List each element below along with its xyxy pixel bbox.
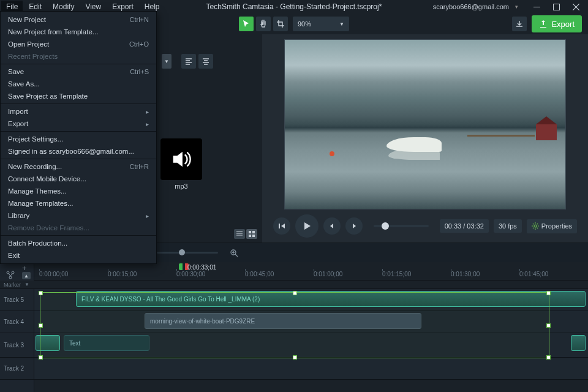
track-row[interactable]: Text <box>34 333 588 358</box>
clip[interactable]: Text <box>64 335 149 351</box>
track-row[interactable]: FILV & KEAN DYSSO - All The Good Girls G… <box>34 289 588 311</box>
svg-rect-0 <box>553 4 559 10</box>
svg-rect-2 <box>252 231 255 233</box>
file-menu-item: Recent Projects <box>1 50 156 62</box>
window-title: TechSmith Camtasia - Getting-Started-Pro… <box>206 2 382 11</box>
clip[interactable] <box>571 335 586 351</box>
track-row[interactable] <box>34 358 588 380</box>
scrub-thumb[interactable] <box>382 222 389 230</box>
track-label[interactable]: Track 4 <box>0 311 34 333</box>
track-label[interactable]: Track 2 <box>0 358 34 380</box>
file-menu-dropdown: New ProjectCtrl+NNew Project from Templa… <box>0 11 157 264</box>
ruler-tick: 0:00:15;00 <box>108 271 137 277</box>
account-email[interactable]: scaryboo666@gmail.com <box>433 3 509 10</box>
clip[interactable]: morning-view-of-white-boat-PDG9ZRE <box>145 313 421 329</box>
crop-tool-button[interactable] <box>273 17 288 31</box>
file-menu-item[interactable]: Save As... <box>1 78 156 90</box>
close-button[interactable] <box>568 1 583 12</box>
export-button[interactable]: Export <box>532 15 582 32</box>
file-menu-item[interactable]: New Recording...Ctrl+R <box>1 160 156 173</box>
properties-button[interactable]: Properties <box>527 219 577 233</box>
file-menu-item[interactable]: Manage Templates... <box>1 197 156 209</box>
title-right: scaryboo666@gmail.com ▾ <box>433 1 583 12</box>
playbar: 00:33 / 03:32 30 fps Properties <box>270 209 581 238</box>
ruler-tick: 0:00:00;00 <box>39 271 68 277</box>
collapse-button[interactable]: ▲ <box>22 272 31 279</box>
boat-shape <box>386 137 442 152</box>
align-center-button[interactable] <box>198 54 213 69</box>
ruler-tick: 0:01:15;00 <box>382 271 411 277</box>
gear-icon <box>532 222 539 230</box>
track-labels: Marker▼ Track 5Track 4Track 3Track 2 <box>0 281 34 392</box>
ruler-tick: 0:00:30;00 <box>176 271 205 277</box>
file-menu-item[interactable]: Connect Mobile Device... <box>1 173 156 185</box>
house-shape <box>536 124 557 140</box>
clip[interactable]: FILV & KEAN DYSSO - All The Good Girls G… <box>76 291 586 307</box>
canvas-panel: 00:33 / 03:32 30 fps Properties <box>262 34 588 243</box>
clip[interactable] <box>36 335 60 351</box>
step-forward-button[interactable] <box>345 217 363 235</box>
filter-dropdown[interactable]: ▼ <box>162 54 172 69</box>
timeline-ruler[interactable]: 0:00:33;01 0:00:00;000:00:15;000:00:30;0… <box>34 262 588 281</box>
add-track-button[interactable]: + <box>22 263 27 273</box>
file-menu-item[interactable]: Import <box>1 105 156 118</box>
step-back-button[interactable] <box>323 217 341 235</box>
properties-label: Properties <box>541 222 572 230</box>
timeline: + ▲ 0:00:33;01 0:00:00;000:00:15;000:00:… <box>0 262 588 392</box>
prev-frame-button[interactable] <box>273 217 290 235</box>
zoom-in-button[interactable] <box>229 248 239 258</box>
canvas-preview[interactable] <box>284 39 566 209</box>
share-icon <box>539 20 548 28</box>
buoy-shape <box>330 151 334 156</box>
file-menu-item[interactable]: Open ProjectCtrl+O <box>1 38 156 50</box>
pan-tool-button[interactable] <box>256 17 271 31</box>
align-left-button[interactable] <box>181 54 196 69</box>
ruler-tick: 0:01:00;00 <box>314 271 342 277</box>
file-menu-item[interactable]: Exit <box>1 249 156 262</box>
svg-rect-4 <box>252 235 255 237</box>
track-label[interactable]: Track 5 <box>0 289 34 311</box>
titlebar: FileEditModifyViewExportHelp TechSmith C… <box>0 0 588 13</box>
svg-point-22 <box>9 276 12 279</box>
ruler-tick: 0:00:45;00 <box>245 271 274 277</box>
file-menu-item[interactable]: Batch Production... <box>1 237 156 249</box>
file-menu-item[interactable]: Save Project as Template <box>1 90 156 102</box>
audio-icon <box>160 138 202 180</box>
track-row[interactable]: morning-view-of-white-boat-PDG9ZRE <box>34 311 588 333</box>
file-menu-item[interactable]: New Project from Template... <box>1 26 156 38</box>
media-item[interactable]: mp3 <box>160 138 202 190</box>
download-button[interactable] <box>512 17 527 31</box>
select-tool-button[interactable] <box>239 17 254 31</box>
maximize-button[interactable] <box>549 1 564 12</box>
marker-row-label[interactable]: Marker▼ <box>0 281 34 289</box>
fps-display[interactable]: 30 fps <box>494 219 522 233</box>
file-menu-item[interactable]: Project Settings... <box>1 133 156 145</box>
file-menu-item[interactable]: Signed in as scaryboo666@gmail.com... <box>1 145 156 157</box>
svg-rect-3 <box>249 235 251 237</box>
playhead-time: 0:00:33;01 <box>187 264 216 271</box>
ruler-tick: 0:01:30;00 <box>451 271 480 277</box>
file-menu-item[interactable]: Library <box>1 209 156 222</box>
marker-lane[interactable] <box>34 281 588 289</box>
time-display: 00:33 / 03:32 <box>440 219 489 233</box>
play-button[interactable] <box>295 214 318 238</box>
timeline-zoom-slider[interactable] <box>157 252 218 254</box>
media-label: mp3 <box>160 183 202 190</box>
account-chevron-icon[interactable]: ▾ <box>515 4 518 10</box>
grid-view-button[interactable] <box>246 229 257 239</box>
file-menu-item[interactable]: SaveCtrl+S <box>1 66 156 78</box>
track-label[interactable]: Track 3 <box>0 333 34 358</box>
zoom-select[interactable]: 90%▼ <box>293 17 349 31</box>
list-view-button[interactable] <box>234 229 245 239</box>
timeline-body[interactable]: FILV & KEAN DYSSO - All The Good Girls G… <box>34 281 588 392</box>
branch-icon[interactable] <box>6 271 15 281</box>
zoom-thumb[interactable] <box>179 249 185 255</box>
export-label: Export <box>551 20 575 29</box>
file-menu-item[interactable]: Export <box>1 118 156 130</box>
minimize-button[interactable] <box>529 1 544 12</box>
chevron-down-icon: ▼ <box>339 21 344 27</box>
file-menu-item[interactable]: Manage Themes... <box>1 185 156 197</box>
file-menu-item[interactable]: New ProjectCtrl+N <box>1 13 156 26</box>
scrub-bar[interactable] <box>374 225 429 227</box>
zoom-value: 90% <box>298 20 311 28</box>
